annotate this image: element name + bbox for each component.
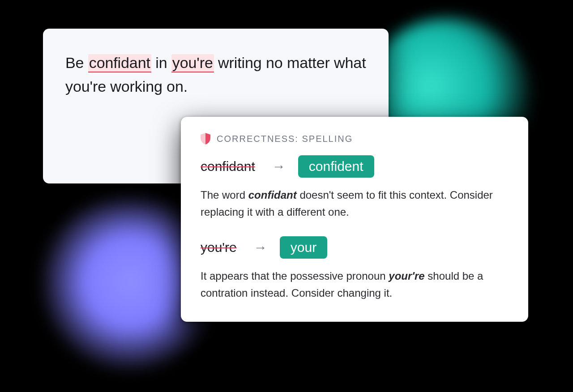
editor-text-plain: Be — [65, 54, 88, 71]
suggestion-row: confidant → confident — [201, 155, 509, 178]
old-word: confidant — [201, 159, 260, 174]
accept-suggestion-button[interactable]: your — [280, 236, 327, 259]
arrow-right-icon: → — [272, 159, 286, 174]
accept-suggestion-button[interactable]: confident — [298, 155, 374, 178]
popup-category-label: CORRECTNESS: SPELLING — [217, 134, 353, 144]
suggestion-explanation: It appears that the possessive pronoun y… — [201, 268, 509, 302]
error-highlight-1[interactable]: confidant — [88, 54, 151, 72]
suggestion-popup: CORRECTNESS: SPELLING confidant → confid… — [181, 117, 528, 322]
popup-header: CORRECTNESS: SPELLING — [201, 133, 509, 145]
old-word: you're — [201, 240, 241, 255]
error-highlight-2[interactable]: you're — [171, 54, 214, 72]
editor-text-plain: in — [151, 54, 171, 71]
shield-icon — [201, 133, 210, 145]
arrow-right-icon: → — [254, 240, 267, 255]
suggestion-explanation: The word confidant doesn't seem to fit t… — [201, 187, 509, 221]
editor-paragraph[interactable]: Be confidant in you're writing no matter… — [65, 51, 366, 98]
suggestion-row: you're → your — [201, 236, 509, 259]
